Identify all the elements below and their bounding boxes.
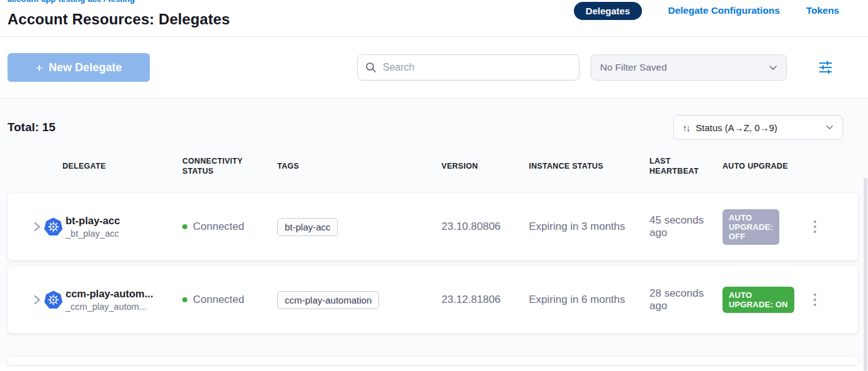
auto-upgrade-badge: AUTO UPGRADE: ON: [723, 287, 794, 313]
tab-delegates[interactable]: Delegates: [574, 2, 642, 20]
connected-status-dot: [182, 297, 187, 302]
kubernetes-icon: [44, 290, 63, 310]
delegate-identifier: _ccm_play_autom...: [66, 302, 153, 312]
col-header-auto-upgrade: AUTO UPGRADE: [723, 161, 809, 171]
col-header-delegate: DELEGATE: [7, 161, 182, 171]
kubernetes-icon: [44, 217, 63, 237]
delegate-identifier: _bt_play_acc: [66, 229, 120, 239]
table-row-partial: [7, 357, 858, 365]
plus-icon: +: [36, 61, 43, 74]
table-header-row: DELEGATE CONNECTIVITY STATUS TAGS VERSIO…: [7, 156, 858, 176]
chevron-down-icon: [826, 125, 834, 130]
chevron-down-icon: [769, 65, 777, 71]
table-row[interactable]: bt-play-acc _bt_play_acc Connected bt-pl…: [7, 193, 858, 260]
summary-row: Total: 15 ↑↓ Status (A→Z, 0→9): [0, 99, 868, 140]
total-count: Total: 15: [7, 121, 56, 134]
last-heartbeat: 28 seconds ago: [649, 287, 723, 312]
sort-arrows-icon: ↑↓: [683, 122, 689, 133]
delegates-list-section: Total: 15 ↑↓ Status (A→Z, 0→9) DELEGATE …: [0, 99, 868, 364]
vertical-scrollbar[interactable]: [863, 178, 868, 371]
page-header: account-app-testing-acc / testing Accoun…: [0, 0, 868, 37]
connected-status-dot: [182, 224, 187, 229]
tab-tokens[interactable]: Tokens: [806, 5, 839, 16]
saved-filter-value: No Filter Saved: [600, 62, 769, 73]
toolbar: + New Delegate No Filter Saved: [0, 37, 868, 99]
saved-filter-dropdown[interactable]: No Filter Saved: [591, 54, 787, 81]
col-header-instance-status: INSTANCE STATUS: [529, 161, 649, 171]
col-header-last-heartbeat: LAST HEARTBEAT: [649, 156, 723, 176]
row-menu-button[interactable]: [809, 290, 821, 310]
col-header-tags: TAGS: [277, 161, 441, 171]
delegate-name: ccm-play-autom...: [66, 288, 153, 300]
delegate-name: bt-play-acc: [66, 215, 120, 227]
auto-upgrade-badge: AUTO UPGRADE: OFF: [723, 209, 779, 245]
row-menu-button[interactable]: [809, 217, 821, 237]
search-input[interactable]: [383, 62, 571, 73]
instance-status: Expiring in 6 months: [529, 294, 649, 306]
sliders-icon: [818, 60, 833, 74]
sort-value: Status (A→Z, 0→9): [696, 122, 819, 133]
tab-delegate-configurations[interactable]: Delegate Configurations: [668, 5, 780, 16]
connectivity-status: Connected: [193, 294, 244, 306]
sort-dropdown[interactable]: ↑↓ Status (A→Z, 0→9): [673, 115, 843, 140]
instance-status: Expiring in 3 months: [529, 220, 649, 233]
connectivity-status: Connected: [193, 220, 244, 233]
filter-settings-button[interactable]: [816, 57, 836, 78]
tag-chip: bt-play-acc: [277, 218, 338, 236]
last-heartbeat: 45 seconds ago: [649, 214, 723, 239]
scrollbar-thumb[interactable]: [864, 178, 867, 371]
tag-chip: ccm-play-automation: [277, 291, 379, 309]
new-delegate-label: New Delegate: [49, 61, 122, 74]
search-icon: [365, 62, 377, 73]
col-header-connectivity-status: CONNECTIVITY STATUS: [182, 156, 277, 176]
delegate-version: 23.10.80806: [441, 220, 529, 233]
delegate-version: 23.12.81806: [441, 294, 529, 306]
col-header-version: VERSION: [441, 161, 529, 171]
expand-chevron-icon[interactable]: [31, 294, 42, 305]
header-tabs: Delegates Delegate Configurations Tokens: [574, 1, 839, 21]
expand-chevron-icon[interactable]: [31, 221, 42, 232]
new-delegate-button[interactable]: + New Delegate: [7, 53, 150, 82]
search-box: [357, 54, 579, 81]
table-row[interactable]: ccm-play-autom... _ccm_play_autom... Con…: [7, 266, 858, 334]
